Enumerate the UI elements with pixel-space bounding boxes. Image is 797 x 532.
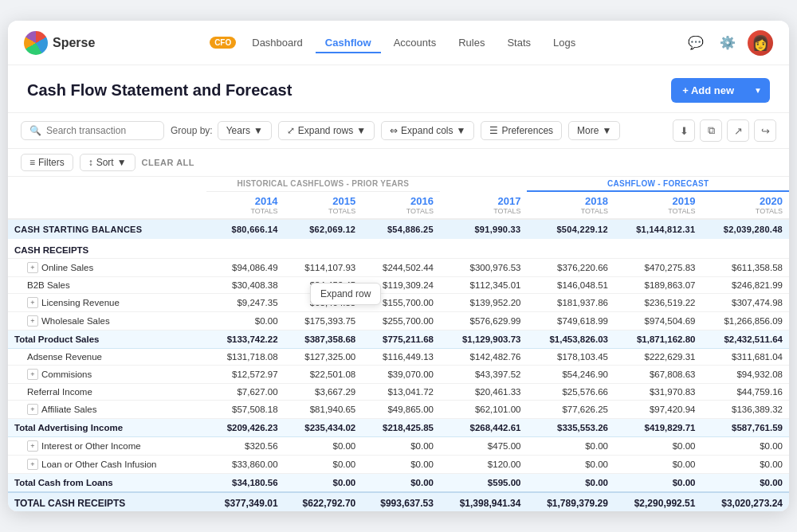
sort-label: Sort [96, 157, 114, 168]
total-cell-value: $335,553.26 [527, 419, 614, 437]
data-cell-value: $178,103.45 [527, 349, 614, 366]
cell-empty [206, 239, 285, 259]
data-cell-value: $0.00 [285, 456, 363, 474]
table-row: CASH RECEIPTS [8, 239, 789, 259]
expand-rows-label: Expand rows [298, 125, 353, 136]
filter-icon: ≡ [29, 157, 35, 168]
data-cell-value: $112,345.01 [440, 277, 528, 294]
year-2020-header: 2020 TOTALS [701, 191, 789, 219]
expand-icon[interactable]: + [27, 404, 38, 415]
data-cell-value: $0.00 [614, 456, 702, 474]
grand-total-value: $377,349.01 [206, 492, 285, 511]
cfo-badge[interactable]: CFO [210, 37, 236, 49]
data-cell-value: $0.00 [362, 456, 440, 474]
data-cell-value: $320.56 [206, 437, 285, 456]
data-cell-value: $244,502.44 [362, 259, 440, 277]
year-2018-totals: TOTALS [533, 207, 608, 215]
add-new-label: + Add new [671, 78, 745, 103]
share-button[interactable]: ↗ [727, 119, 749, 142]
nav-link-logs[interactable]: Logs [544, 32, 585, 53]
search-icon: 🔍 [29, 125, 41, 136]
year-2017-totals: TOTALS [446, 207, 521, 215]
sort-button[interactable]: ↕ Sort ▼ [80, 154, 135, 171]
avatar[interactable]: 👩 [748, 30, 773, 56]
cell-empty [440, 239, 528, 259]
data-cell-value: $30,408.38 [206, 277, 285, 294]
nav-link-cashflow[interactable]: Cashflow [316, 32, 381, 53]
preferences-button[interactable]: ☰ Preferences [481, 121, 562, 140]
data-cell-value: $94,932.08 [701, 366, 789, 384]
add-new-button[interactable]: + Add new ▼ [671, 78, 770, 103]
data-cell-value: $246,821.99 [701, 277, 789, 294]
cell-value: $62,069.12 [285, 219, 363, 239]
data-cell-value: $33,860.00 [206, 456, 285, 474]
expand-icon[interactable]: + [27, 297, 38, 308]
data-row-label: Adsense Revenue [8, 349, 206, 366]
cell-empty [285, 239, 363, 259]
data-cell-value: $0.00 [527, 456, 614, 474]
expand-icon[interactable]: + [27, 369, 38, 380]
data-cell-value: $97,420.94 [614, 401, 702, 419]
expand-rows-button[interactable]: ⤢ Expand rows ▼ [278, 121, 375, 140]
row-label-header [8, 191, 206, 219]
navbar: Sperse CFO Dashboard Cashflow Accounts R… [8, 21, 789, 65]
add-new-arrow-icon[interactable]: ▼ [746, 80, 770, 101]
total-cell-value: $0.00 [285, 474, 363, 493]
table-row: CASH STARTING BALANCES$80,666.14$62,069.… [8, 219, 789, 239]
nav-right: 💬 ⚙️ 👩 [684, 30, 773, 56]
forecast-header: CASHFLOW - FORECAST [527, 177, 789, 191]
data-cell-value: $3,667.29 [285, 384, 363, 401]
clear-all-button[interactable]: CLEAR ALL [142, 158, 194, 167]
total-cell-value: $0.00 [527, 474, 614, 493]
filters-button[interactable]: ≡ Filters [21, 154, 73, 171]
data-cell-value: $142,482.76 [440, 349, 528, 366]
nav-link-rules[interactable]: Rules [449, 32, 494, 53]
nav-link-accounts[interactable]: Accounts [384, 32, 446, 53]
section-label: CASH RECEIPTS [8, 239, 206, 259]
data-cell-value: $0.00 [362, 437, 440, 456]
expand-icon[interactable]: + [27, 440, 38, 452]
search-box[interactable]: 🔍 [21, 121, 164, 140]
cell-empty [362, 239, 440, 259]
chat-icon-button[interactable]: 💬 [684, 31, 708, 55]
data-cell-value: $116,449.13 [362, 349, 440, 366]
years-dropdown-icon: ▼ [253, 125, 263, 136]
data-cell-value: $175,393.75 [285, 312, 363, 331]
expand-icon[interactable]: + [27, 315, 38, 327]
total-cell-value: $1,129,903.73 [440, 331, 528, 349]
settings-icon-button[interactable]: ⚙️ [716, 31, 740, 55]
year-2014-label: 2014 [255, 195, 278, 207]
year-2016-label: 2016 [410, 195, 434, 207]
total-cell-value: $209,426.23 [206, 419, 285, 437]
total-cell-value: $218,425.85 [362, 419, 440, 437]
download-button[interactable]: ⬇ [673, 119, 695, 142]
nav-link-stats[interactable]: Stats [497, 32, 540, 53]
expand-icon[interactable]: + [27, 459, 38, 470]
group-by-years-button[interactable]: Years ▼ [218, 121, 272, 140]
copy-button[interactable]: ⧉ [700, 119, 722, 142]
expand-cols-icon: ⇔ [390, 125, 398, 136]
grand-total-value: $622,792.70 [285, 492, 363, 511]
data-cell-value: $307,474.98 [701, 294, 789, 312]
cell-value: $91,990.33 [440, 219, 528, 239]
search-input[interactable] [46, 125, 158, 136]
expand-cols-button[interactable]: ⇔ Expand cols ▼ [381, 121, 474, 140]
export-button[interactable]: ↪ [754, 119, 776, 142]
year-2020-totals: TOTALS [708, 207, 783, 215]
table-row: +Wholesale Sales$0.00$175,393.75$255,700… [8, 312, 789, 331]
data-cell-value: $0.00 [701, 437, 789, 456]
data-row-label: +Commisions [8, 366, 206, 384]
data-cell-value: $376,220.66 [527, 259, 614, 277]
expand-icon[interactable]: + [27, 262, 38, 273]
total-cell-value: $595.00 [440, 474, 528, 493]
year-2014-totals: TOTALS [213, 207, 278, 215]
data-cell-value: $22,501.08 [285, 366, 363, 384]
data-cell-value: $611,358.58 [701, 259, 789, 277]
data-cell-value: $576,629.99 [440, 312, 528, 331]
data-cell-value: $49,865.00 [362, 401, 440, 419]
nav-link-dashboard[interactable]: Dashboard [242, 32, 312, 53]
expand-rows-icon: ⤢ [287, 125, 295, 136]
data-row-label: +Wholesale Sales [8, 312, 206, 331]
more-button[interactable]: More ▼ [568, 121, 620, 140]
expand-cols-dropdown-icon: ▼ [456, 125, 465, 136]
